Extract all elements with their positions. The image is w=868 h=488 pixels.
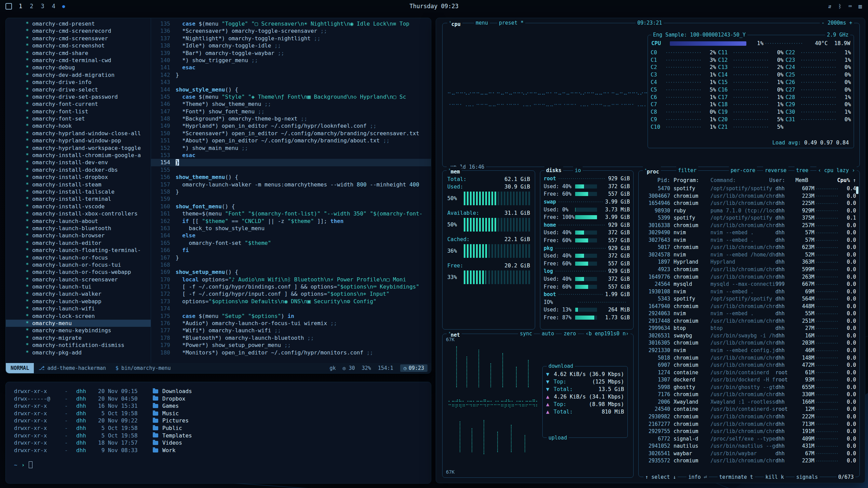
- code-line[interactable]: 158}: [151, 188, 431, 195]
- proc-row[interactable]: 24540containe/usr/bin/containerd-shiroot…: [639, 406, 856, 413]
- proc-row[interactable]: 3016305chromium/usr/lib/chromium/chromdh…: [639, 339, 856, 347]
- proc-row[interactable]: 5399spotify/opt/spotify/spotify --dhh375…: [639, 214, 856, 222]
- code-line[interactable]: 151 *About*) open_in_editor ~/.config/om…: [151, 137, 431, 144]
- proc-row[interactable]: 5018chromium/usr/lib/chromium/chromdhh14…: [639, 354, 856, 362]
- proc-row[interactable]: 3026531swaybg/usr/bin/swaybg -i /homdhh1…: [639, 332, 856, 340]
- code-line[interactable]: 173 options="$options\n⚙ Defaults\n◉ DNS…: [151, 298, 431, 305]
- col-pid[interactable]: Pid:: [642, 176, 674, 184]
- code-line[interactable]: 138 *Idle*) omarchy-toggle-idle ;;: [151, 42, 431, 49]
- code-line[interactable]: 140 *) show_trigger_menu ;;: [151, 57, 431, 64]
- proc-row[interactable]: 2930982chromium/usr/lib/chromium/chromdh…: [639, 413, 856, 421]
- proc-row[interactable]: 1930108nvimnvim --embed .dhh69M0.0: [639, 288, 856, 296]
- code-line[interactable]: 159: [151, 195, 431, 203]
- col-user[interactable]: User:: [769, 176, 788, 184]
- file-item[interactable]: * omarchy-install-xbox-controllers: [6, 210, 151, 217]
- col-cpu[interactable]: Cpu%: [834, 176, 850, 184]
- code-line[interactable]: 149 *Hyprland*) open_in_editor ~/.config…: [151, 122, 431, 129]
- proc-row[interactable]: 4923chromium/usr/lib/chromium/chromdhh59…: [639, 266, 856, 274]
- code-line[interactable]: 155: [151, 166, 431, 173]
- file-item[interactable]: * omarchy-hyprland-window-pop: [6, 137, 151, 144]
- proc-row[interactable]: 5470spotify/opt/spotify/spotify --dhh607…: [639, 185, 856, 193]
- file-item[interactable]: * omarchy-cmd-screenshot: [6, 42, 151, 49]
- code-line[interactable]: 148 *Background*) omarchy-theme-bg-next …: [151, 115, 431, 122]
- code-line[interactable]: 137 *Nightlight*) omarchy-toggle-nightli…: [151, 35, 431, 42]
- proc-row[interactable]: 2929755chromium/usr/lib/chromium/chromdh…: [639, 428, 856, 435]
- update-interval-control[interactable]: - 2000ms +: [820, 19, 854, 27]
- col-program[interactable]: Program:: [674, 176, 710, 184]
- file-item[interactable]: * omarchy-launch-bluetooth: [6, 225, 151, 232]
- file-item[interactable]: * omarchy-pkg-add: [6, 349, 151, 356]
- code-line[interactable]: 139 *Bar*) omarchy-toggle-waybar ;;: [151, 50, 431, 57]
- code-line[interactable]: 170 local options="♪ Audio\n≋ Wifi\nᛒ Bl…: [151, 276, 431, 283]
- proc-row[interactable]: 2006XwaylandXwayland :1 -rootless -dhh16…: [639, 399, 856, 406]
- code-line[interactable]: 141 esac: [151, 64, 431, 71]
- code-line[interactable]: 153 esac: [151, 152, 431, 159]
- file-item[interactable]: * omarchy-debug: [6, 64, 151, 71]
- file-item[interactable]: * omarchy-launch-walker: [6, 290, 151, 297]
- proc-row[interactable]: 2921330nvimnvim --embed config.jsodhh46M…: [639, 347, 856, 354]
- interface-selector[interactable]: ‹b enp191s0 n›: [584, 330, 630, 337]
- code-line[interactable]: 171 [ -f ~/.config/hypr/bindings.conf ] …: [151, 283, 431, 290]
- code-line[interactable]: 156show_theme_menu() {: [151, 173, 431, 181]
- file-item[interactable]: * omarchy-launch-webapp: [6, 298, 151, 305]
- workspace-3[interactable]: 3: [41, 3, 44, 10]
- sort-selector[interactable]: ‹ cpu lazy ›: [816, 167, 857, 174]
- editor-window[interactable]: * omarchy-cmd-present* omarchy-cmd-scree…: [5, 18, 431, 374]
- file-item[interactable]: * omarchy-launch-or-focus: [6, 254, 151, 261]
- code-line[interactable]: 179 *Power*) show_setup_power_menu ;;: [151, 341, 431, 349]
- auto-button[interactable]: auto: [540, 330, 556, 337]
- file-item[interactable]: * omarchy-migrate: [6, 334, 151, 341]
- disks-tab[interactable]: disks: [544, 167, 563, 174]
- menu-button[interactable]: menu: [474, 19, 490, 27]
- proc-row[interactable]: 3027643nvimnvim --embed .dhh57M0.0: [639, 237, 856, 244]
- proc-row[interactable]: 1647940chromium/usr/lib/chromium/chromdh…: [639, 303, 856, 310]
- proc-row[interactable]: 1897HyprlandHyprlanddhh363M0.0: [639, 259, 856, 266]
- proc-row[interactable]: 3004667chromium/usr/lib/chromium/chromdh…: [639, 193, 856, 200]
- code-line[interactable]: 135 case $(menu "Toggle" "▢ Screensaver\…: [151, 20, 431, 27]
- file-item[interactable]: * omarchy-install-steam: [6, 181, 151, 188]
- battery-icon[interactable]: ▥: [858, 3, 862, 10]
- code-line[interactable]: 152 *) show_main_menu ;;: [151, 144, 431, 152]
- file-item[interactable]: * omarchy-launch-tui: [6, 283, 151, 290]
- zero-button[interactable]: zero: [562, 330, 578, 337]
- proc-row[interactable]: 2917448chromium/usr/lib/chromium/chromdh…: [639, 318, 856, 325]
- shell-prompt[interactable]: ~ ›: [14, 461, 423, 468]
- file-item[interactable]: * omarchy-launch-editor: [6, 239, 151, 247]
- file-item[interactable]: * omarchy-font-set: [6, 115, 151, 122]
- code-line[interactable]: 180 *Monitors*) open_in_editor ~/.config…: [151, 349, 431, 356]
- file-item[interactable]: * omarchy-notification-dismiss: [6, 341, 151, 349]
- file-item[interactable]: * omarchy-hyprland-workspace-toggle: [6, 144, 151, 152]
- file-item[interactable]: * omarchy-launch-about: [6, 218, 151, 225]
- proc-row[interactable]: 3016338chromium/usr/lib/chromium/chromdh…: [639, 222, 856, 229]
- file-item[interactable]: * omarchy-install-tailscale: [6, 188, 151, 195]
- workspace-2[interactable]: 2: [30, 3, 33, 10]
- launcher-icon[interactable]: [5, 3, 12, 10]
- code-line[interactable]: 172 [ -f ~/.config/hypr/input.conf ] && …: [151, 290, 431, 297]
- proc-row[interactable]: 1307dockerd/usr/bin/dockerd -H fd:root93…: [639, 376, 856, 384]
- proc-row[interactable]: 2941052nautilus/usr/bin/nautilus --gapdh…: [639, 443, 856, 450]
- file-item[interactable]: * omarchy-install-dev-env: [6, 159, 151, 166]
- code-line[interactable]: 146 *Theme*) show_theme_menu ;;: [151, 100, 431, 108]
- proc-row[interactable]: 6907chromium/usr/lib/chromium/chromdhh47…: [639, 362, 856, 369]
- proc-row[interactable]: 98930rubypuma 7.1.0 (tcp://localdhh929M0…: [639, 207, 856, 215]
- reverse-toggle[interactable]: reverse: [763, 167, 788, 174]
- network-arrows-icon[interactable]: ⇵: [828, 3, 831, 10]
- preset-button[interactable]: preset *: [497, 19, 525, 27]
- proc-row[interactable]: 2935572chromium/usr/lib/chromium/chromdh…: [639, 457, 856, 465]
- code-line[interactable]: 142}: [151, 71, 431, 79]
- proc-footer-button[interactable]: info ⏎: [687, 473, 708, 481]
- code-line[interactable]: 164 else: [151, 232, 431, 239]
- code-line[interactable]: 136 *Screensaver*) omarchy-toggle-screen…: [151, 27, 431, 34]
- proc-row[interactable]: 5343spotify/opt/spotify/spotifydhh564M0.…: [639, 295, 856, 303]
- proc-row[interactable]: 2999634btopbtopdhh27M0.0: [639, 325, 856, 332]
- proc-row[interactable]: 5998ghostty/usr/bin/ghostty --gtk-dhh655…: [639, 384, 856, 391]
- file-item[interactable]: * omarchy-launch-browser: [6, 232, 151, 239]
- proc-row[interactable]: 3024578nvimnvim --embed /home/dhh/dhh52M…: [639, 251, 856, 259]
- file-item[interactable]: * omarchy-hyprland-window-close-all: [6, 130, 151, 137]
- btop-window[interactable]: ¹cpu menu preset * 09:23:21 - 2000ms + ⠒…: [436, 18, 865, 483]
- per-core-toggle[interactable]: per-core: [729, 167, 757, 174]
- proc-row[interactable]: 1654946chromium/usr/lib/chromium/chromdh…: [639, 200, 856, 207]
- keyboard-icon[interactable]: ⌨: [849, 3, 852, 10]
- code-line[interactable]: 175 case $(menu "Setup" "$options") in: [151, 312, 431, 320]
- code-line[interactable]: 163 back_to show_style_menu: [151, 225, 431, 232]
